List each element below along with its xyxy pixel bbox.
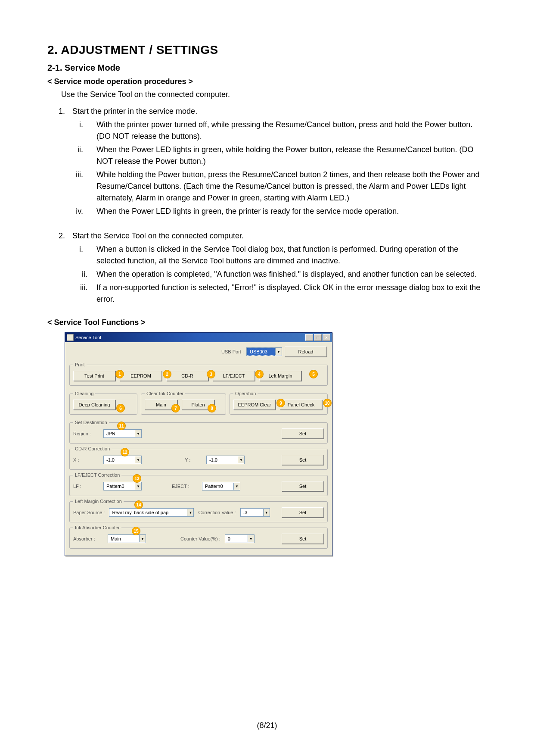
- step-1-iv: When the Power LED lights in green, the …: [90, 206, 487, 217]
- step-1-ii: When the Power LED lights in green, whil…: [90, 144, 487, 167]
- chevron-down-icon: ▼: [233, 483, 240, 490]
- step-1-i: With the printer power turned off, while…: [90, 119, 487, 142]
- paper-source-dropdown[interactable]: RearTray, back side of pap ▼: [109, 508, 194, 517]
- absorber-value: Main: [108, 536, 139, 541]
- chevron-down-icon: ▼: [248, 535, 254, 542]
- app-icon: [67, 334, 74, 341]
- counter-value: 0: [225, 536, 248, 541]
- badge-7: 7: [171, 404, 180, 412]
- step-2-ii: When the operation is completed, "A func…: [90, 269, 487, 280]
- usb-port-value: USB003: [247, 348, 275, 356]
- usb-port-combo[interactable]: USB003 ▼: [246, 347, 282, 356]
- operation-group: Operation EEPROM Clear 9 Panel Check 10: [230, 391, 328, 415]
- absorber-label: Absorber :: [73, 536, 103, 541]
- cdr-y-label: Y :: [185, 457, 202, 462]
- page-number: (8/21): [0, 721, 534, 730]
- section-title: 2-1. Service Mode: [47, 63, 487, 73]
- set-destination-legend: Set Destination: [73, 420, 109, 425]
- window-title: Service Tool: [75, 335, 101, 340]
- cdr-x-value: -1.0: [104, 457, 135, 462]
- left-margin-set-button[interactable]: Set: [282, 507, 324, 518]
- chevron-down-icon: ▼: [135, 430, 141, 437]
- step-2-iii: If a non-supported function is selected,…: [90, 282, 487, 305]
- ink-absorber-legend: Ink Absorber Counter: [73, 525, 121, 530]
- region-dropdown[interactable]: JPN ▼: [103, 429, 142, 438]
- procedures-intro: Use the Service Tool on the connected co…: [47, 89, 487, 100]
- eject-value: Pattern0: [202, 484, 233, 489]
- cdr-x-label: X :: [73, 457, 99, 462]
- eeprom-clear-button[interactable]: EEPROM Clear: [233, 400, 276, 410]
- badge-4: 4: [255, 370, 264, 378]
- cdr-correction-group: CD-R Correction 12 X : -1.0 ▼ Y : -1.0 ▼: [69, 446, 328, 470]
- chevron-down-icon: ▼: [238, 456, 244, 463]
- left-margin-button[interactable]: Left Margin: [259, 371, 301, 381]
- left-margin-correction-group: Left Margin Correction 14 Paper Source :…: [69, 499, 328, 522]
- lf-label: LF :: [73, 484, 99, 489]
- procedures-heading: < Service mode operation procedures >: [47, 77, 487, 86]
- lfeject-set-button[interactable]: Set: [282, 481, 324, 491]
- minimize-button[interactable]: _: [305, 334, 313, 341]
- step-2-title: Start the Service Tool on the connected …: [72, 231, 244, 240]
- step-2: Start the Service Tool on the connected …: [67, 230, 487, 305]
- badge-13: 13: [133, 474, 141, 483]
- badge-2: 2: [163, 370, 171, 378]
- tool-functions-heading: < Service Tool Functions >: [47, 318, 487, 327]
- badge-10: 10: [323, 399, 332, 407]
- titlebar: Service Tool _ □ ×: [65, 333, 332, 342]
- chevron-down-icon: ▼: [139, 535, 146, 542]
- correction-value-label: Correction Value :: [198, 510, 236, 515]
- cdr-y-dropdown[interactable]: -1.0 ▼: [206, 456, 245, 464]
- lf-value: Pattern0: [104, 484, 135, 489]
- reload-button[interactable]: Reload: [285, 347, 327, 357]
- badge-5: 5: [309, 370, 318, 378]
- chevron-down-icon: ▼: [135, 456, 141, 463]
- clear-ink-legend: Clear Ink Counter: [145, 391, 185, 396]
- correction-value-dropdown[interactable]: -3 ▼: [240, 508, 270, 517]
- ink-absorber-group: Ink Absorber Counter 15 Absorber : Main …: [69, 525, 328, 549]
- eject-dropdown[interactable]: Pattern0 ▼: [202, 482, 240, 490]
- badge-14: 14: [134, 500, 143, 509]
- region-value: JPN: [104, 431, 135, 436]
- lfeject-correction-group: LF/EJECT Correction 13 LF : Pattern0 ▼ E…: [69, 472, 328, 496]
- chevron-down-icon: ▼: [275, 348, 282, 355]
- maximize-button[interactable]: □: [314, 334, 322, 341]
- page-title: 2. ADJUSTMENT / SETTINGS: [47, 43, 487, 57]
- panel-check-button[interactable]: Panel Check: [280, 400, 322, 410]
- lfeject-correction-legend: LF/EJECT Correction: [73, 472, 121, 478]
- chevron-down-icon: ▼: [187, 509, 193, 516]
- absorber-dropdown[interactable]: Main ▼: [108, 534, 146, 543]
- set-destination-group: Set Destination 11 Region : JPN ▼ Set: [69, 420, 328, 444]
- cdr-set-button[interactable]: Set: [282, 455, 324, 465]
- badge-12: 12: [121, 448, 129, 456]
- eeprom-button[interactable]: EEPROM: [120, 371, 162, 381]
- cdr-correction-legend: CD-R Correction: [73, 446, 112, 451]
- cdr-x-dropdown[interactable]: -1.0 ▼: [103, 456, 142, 464]
- cdr-y-value: -1.0: [207, 457, 238, 462]
- set-destination-button[interactable]: Set: [282, 428, 324, 439]
- eject-label: EJECT :: [172, 484, 198, 489]
- test-print-button[interactable]: Test Print: [73, 371, 115, 381]
- correction-value: -3: [241, 510, 263, 515]
- deep-cleaning-button[interactable]: Deep Cleaning: [73, 400, 115, 410]
- counter-value-label: Counter Value(%) :: [180, 536, 220, 541]
- badge-6: 6: [116, 404, 125, 412]
- step-1-iii: While holding the Power button, press th…: [90, 169, 487, 204]
- lf-dropdown[interactable]: Pattern0 ▼: [103, 482, 142, 490]
- left-margin-correction-legend: Left Margin Correction: [73, 499, 124, 504]
- badge-15: 15: [132, 527, 140, 535]
- step-1-title: Start the printer in the service mode.: [72, 107, 197, 116]
- cdr-button[interactable]: CD-R: [166, 371, 208, 381]
- usb-port-label: USB Port :: [221, 349, 244, 354]
- paper-source-label: Paper Source :: [73, 510, 105, 515]
- lfeject-button[interactable]: LF/EJECT: [213, 371, 255, 381]
- badge-1: 1: [115, 370, 124, 378]
- close-button[interactable]: ×: [323, 334, 330, 341]
- print-legend: Print: [73, 362, 87, 367]
- paper-source-value: RearTray, back side of pap: [109, 510, 187, 515]
- chevron-down-icon: ▼: [263, 509, 270, 516]
- badge-11: 11: [117, 422, 126, 430]
- counter-value-dropdown[interactable]: 0 ▼: [225, 534, 255, 543]
- ink-absorber-set-button[interactable]: Set: [282, 534, 324, 544]
- badge-9: 9: [276, 399, 285, 407]
- service-tool-dialog: Service Tool _ □ × USB Port : USB003 ▼ R…: [65, 332, 332, 556]
